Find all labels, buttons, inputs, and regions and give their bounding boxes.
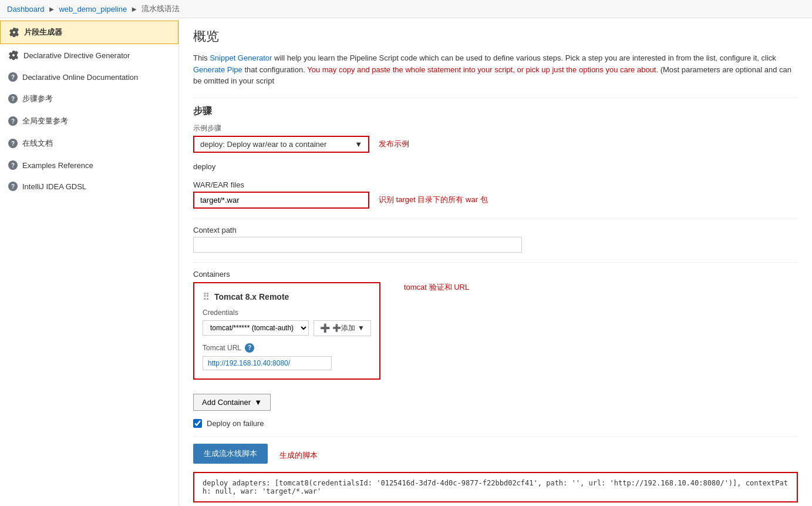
question-icon-5: ? [8,160,18,170]
sidebar-item-global-variable-label: 全局变量参考 [22,116,68,126]
sidebar-item-declarative-directive[interactable]: Declarative Directive Generator [0,44,178,66]
tomcat-url-label: Tomcat URL [203,344,241,352]
page-title: 概览 [193,28,798,45]
add-container-button[interactable]: Add Container ▼ [193,394,271,411]
deploy-label-section: deploy [193,162,798,171]
war-ear-section: WAR/EAR files 识别 target 目录下的所有 war 包 [193,180,798,209]
tomcat-url-row: Tomcat URL ? [203,343,371,353]
question-icon-3: ? [8,116,18,126]
gear-icon [9,27,19,38]
desc-highlight2: Generate Pipe [193,65,242,74]
sidebar-item-examples-reference-label: Examples Reference [22,161,93,170]
tomcat-annotation: tomcat 验证和 URL [404,282,469,293]
context-path-input[interactable] [193,237,522,253]
container-title: ⠿ Tomcat 8.x Remote [203,291,371,303]
main-content: 概览 This Snippet Generator will help you … [179,18,812,505]
deploy-label: deploy [193,162,798,171]
divider-4 [193,436,798,437]
annotation-publish: 发布示例 [379,139,409,149]
question-icon-4: ? [8,139,18,148]
desc-part2: will help you learn the Pipeline Script … [274,53,776,62]
credentials-label: Credentials [203,309,371,317]
breadcrumb: Dashboard ► web_demo_pipeline ► 流水线语法 [0,0,812,18]
desc-part3: that configuration. [244,65,307,74]
tomcat-url-input-row [203,356,371,370]
sidebar-item-examples-reference[interactable]: ? Examples Reference [0,155,178,176]
deploy-on-failure-label: Deploy on failure [207,419,264,428]
step-selector-section: 示例步骤 deploy: Deploy war/ear to a contain… [193,123,798,153]
example-steps-label: 示例步骤 [193,123,798,133]
sidebar-item-online-docs-label: 在线文档 [22,138,53,149]
generate-script-button[interactable]: 生成流水线脚本 [193,444,268,464]
context-path-section: Context path [193,226,798,253]
sidebar-item-declarative-directive-label: Declarative Directive Generator [23,51,130,60]
deploy-on-failure-checkbox[interactable] [193,419,202,428]
sidebar-item-intellij-gdsl[interactable]: ? IntelliJ IDEA GDSL [0,176,178,197]
sidebar-item-online-docs[interactable]: ? 在线文档 [0,132,178,155]
question-icon-6: ? [8,182,18,191]
drag-handle-icon[interactable]: ⠿ [203,291,210,303]
tomcat-url-input[interactable] [203,356,332,370]
sidebar-item-snippet-generator[interactable]: 片段生成器 [0,21,178,44]
container-name: Tomcat 8.x Remote [214,292,289,301]
sidebar-item-step-reference[interactable]: ? 步骤参考 [0,88,178,110]
breadcrumb-sep2: ► [130,5,138,14]
generate-annotation: 生成的脚本 [279,450,318,461]
dropdown-arrow-icon: ▼ [358,324,365,332]
gear-icon-2 [8,50,19,61]
desc-highlight3: You may copy and paste the whole stateme… [307,65,658,74]
divider-3 [193,262,798,263]
credentials-select[interactable]: tomcat/****** (tomcat-auth) [203,320,309,336]
desc-part1: This [193,53,210,62]
container-box: ⠿ Tomcat 8.x Remote Credentials tomcat/*… [193,282,380,380]
sidebar-item-declarative-online-doc[interactable]: ? Declarative Online Documentation [0,66,178,88]
add-container-label: Add Container [202,398,251,407]
tomcat-url-help-icon[interactable]: ? [245,343,254,353]
generate-row: 生成流水线脚本 生成的脚本 [193,444,798,467]
sidebar-item-declarative-online-doc-label: Declarative Online Documentation [22,73,138,82]
sidebar-item-global-variable[interactable]: ? 全局变量参考 [0,110,178,132]
sidebar-item-intellij-gdsl-label: IntelliJ IDEA GDSL [22,182,86,191]
deploy-on-failure-row: Deploy on failure [193,419,798,428]
step-select-box[interactable]: deploy: Deploy war/ear to a container ▼ [193,136,369,153]
step-selected-value: deploy: Deploy war/ear to a container [200,140,326,149]
breadcrumb-dashboard[interactable]: Dashboard [7,5,45,14]
divider-2 [193,218,798,219]
breadcrumb-sep1: ► [48,5,56,14]
sidebar-item-snippet-generator-label: 片段生成器 [24,27,62,38]
annotation-war: 识别 target 目录下的所有 war 包 [379,195,488,205]
chevron-down-icon: ▼ [355,140,362,149]
containers-label: Containers [193,270,798,279]
plus-icon: ➕ [320,323,330,333]
question-icon-1: ? [8,72,18,82]
divider-1 [193,98,798,98]
add-button-label: ➕添加 [332,323,355,333]
war-input-row: 识别 target 目录下的所有 war 包 [193,192,798,209]
war-ear-label: WAR/EAR files [193,180,798,189]
containers-section: Containers ⠿ Tomcat 8.x Remote Credentia… [193,270,798,380]
sidebar-item-step-reference-label: 步骤参考 [22,93,53,104]
war-input[interactable] [193,192,369,209]
section-steps-title: 步骤 [193,105,798,118]
add-credentials-button[interactable]: ➕ ➕添加 ▼ [314,320,371,336]
question-icon-2: ? [8,94,18,103]
desc-highlight1: Snippet Generator [210,53,272,62]
breadcrumb-pipeline[interactable]: web_demo_pipeline [59,5,127,14]
sidebar: 片段生成器 Declarative Directive Generator ? … [0,18,179,505]
breadcrumb-current: 流水线语法 [141,4,180,14]
add-container-chevron-icon: ▼ [254,398,262,407]
context-path-label: Context path [193,226,798,234]
step-selector-row: deploy: Deploy war/ear to a container ▼ … [193,136,798,153]
script-output: deploy adapters: [tomcat8(credentialsId:… [193,472,798,502]
description-text: This Snippet Generator will help you lea… [193,52,798,87]
credentials-row: tomcat/****** (tomcat-auth) ➕ ➕添加 ▼ [203,320,371,336]
